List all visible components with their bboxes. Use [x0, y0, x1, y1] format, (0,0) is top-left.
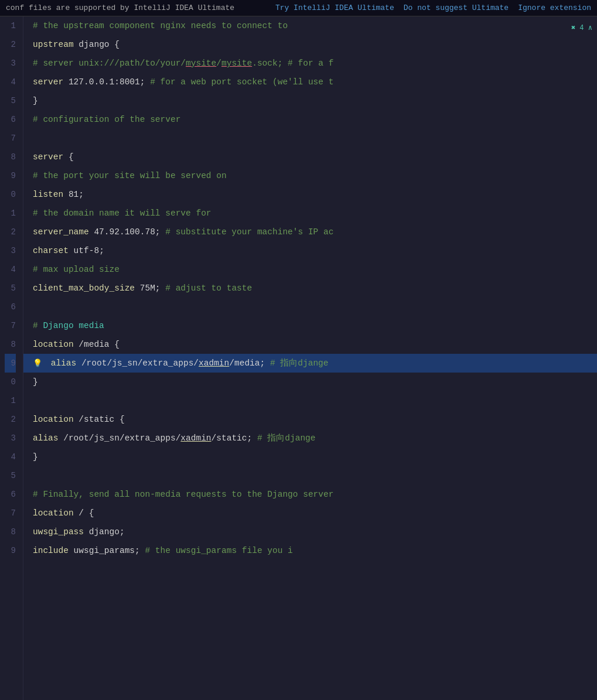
- no-suggest-button[interactable]: Do not suggest Ultimate: [404, 4, 509, 12]
- code-line-19: 💡 alias /root/js_sn/extra_apps/xadmin/me…: [23, 354, 597, 373]
- code-line-8: server {: [23, 148, 597, 166]
- code-line-29: include uwsgi_params; # the uwsgi_params…: [23, 541, 597, 560]
- code-line-10: listen 81;: [23, 185, 597, 204]
- code-line-17: # Django media: [23, 316, 597, 335]
- code-line-28: uwsgi_pass django;: [23, 523, 597, 541]
- code-line-2: upstream django {: [23, 35, 597, 54]
- code-line-9: # the port your site will be served on: [23, 166, 597, 185]
- code-line-15: client_max_body_size 75M; # adjust to ta…: [23, 279, 597, 298]
- editor-area: 1 2 3 4 5 6 7 8 9 0 1 2 3 4 5 6 7 8 9 0 …: [0, 16, 597, 700]
- try-intellij-button[interactable]: Try IntelliJ IDEA Ultimate: [275, 4, 394, 12]
- code-line-22: location /static {: [23, 410, 597, 429]
- code-line-5: }: [23, 91, 597, 110]
- code-line-24: }: [23, 448, 597, 466]
- top-bar-actions: Try IntelliJ IDEA Ultimate Do not sugges…: [275, 4, 591, 12]
- bulb-icon: 💡: [33, 359, 42, 368]
- code-line-20: }: [23, 373, 597, 391]
- code-line-11: # the domain name it will serve for: [23, 204, 597, 223]
- code-line-6: # configuration of the server: [23, 110, 597, 129]
- code-line-14: # max upload size: [23, 260, 597, 279]
- code-line-13: charset utf-8;: [23, 241, 597, 260]
- code-line-21: [23, 391, 597, 410]
- code-line-4: server 127.0.0.1:8001; # for a web port …: [23, 73, 597, 91]
- code-line-25: [23, 466, 597, 485]
- code-line-7: [23, 129, 597, 148]
- code-line-12: server_name 47.92.100.78; # substitute y…: [23, 223, 597, 241]
- code-line-3: # server unix:///path/to/your/mysite/mys…: [23, 54, 597, 73]
- code-area[interactable]: # the upstream component nginx needs to …: [23, 16, 597, 700]
- code-line-27: location / {: [23, 504, 597, 523]
- ignore-button[interactable]: Ignore extension: [518, 4, 591, 12]
- top-bar: conf files are supported by IntelliJ IDE…: [0, 0, 597, 16]
- code-line-1: # the upstream component nginx needs to …: [23, 16, 597, 35]
- line-numbers: 1 2 3 4 5 6 7 8 9 0 1 2 3 4 5 6 7 8 9 0 …: [0, 16, 23, 700]
- code-line-18: location /media {: [23, 335, 597, 354]
- top-bar-info: conf files are supported by IntelliJ IDE…: [6, 4, 234, 12]
- code-line-26: # Finally, send all non-media requests t…: [23, 485, 597, 504]
- code-line-16: [23, 298, 597, 316]
- code-line-23: alias /root/js_sn/extra_apps/xadmin/stat…: [23, 429, 597, 448]
